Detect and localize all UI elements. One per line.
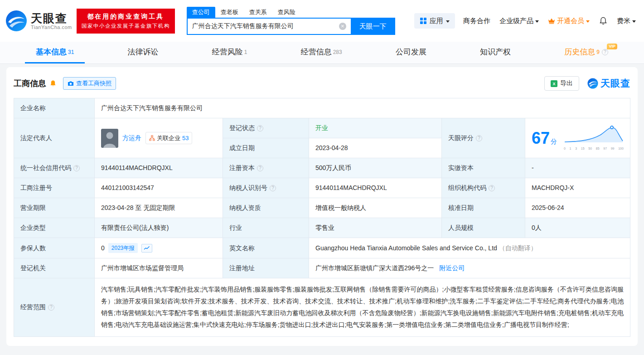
watermark-logo: 天眼查 xyxy=(587,77,630,90)
score-number: 67分 xyxy=(532,126,557,151)
score-axis: 0 1 3 15 50 85 97 99 100 xyxy=(564,146,624,151)
help-icon[interactable] xyxy=(476,135,482,141)
value-business-scope: 汽车销售;玩具销售;汽车零配件批发;汽车装饰用品销售;服装服饰零售;服装服饰批发… xyxy=(95,278,630,337)
legal-rep-avatar[interactable] xyxy=(101,129,118,148)
help-icon[interactable] xyxy=(257,165,263,171)
watermark-text: 天眼查 xyxy=(600,77,630,90)
chevron-down-icon xyxy=(446,20,450,23)
search-tab-relation[interactable]: 查关系 xyxy=(244,7,272,18)
label-business-term: 营业期限 xyxy=(14,198,95,218)
help-icon[interactable] xyxy=(48,304,54,311)
label-reg-authority: 登记机关 xyxy=(14,258,95,278)
trend-chart-button[interactable] xyxy=(141,244,152,253)
nav-vip-label: 开通会员 xyxy=(557,17,584,25)
tab-history-info[interactable]: VIP 历史信息9 xyxy=(553,42,619,63)
value-taxpayer-quality: 增值税一般纳税人 xyxy=(309,198,442,218)
nav-user[interactable]: 费米 xyxy=(617,17,636,25)
clear-search-icon[interactable] xyxy=(339,23,346,30)
search-tabs: 查公司 查老板 查关系 查风险 xyxy=(187,7,395,18)
tab-operation-risk[interactable]: 经营风险1 xyxy=(201,42,258,63)
nav-enterprise-label: 企业级产品 xyxy=(499,17,533,25)
tianyan-score-link[interactable]: 67分 0 1 3 15 xyxy=(532,125,624,151)
search-bar: 天眼一下 xyxy=(187,18,395,35)
nav-business-cooperation[interactable]: 商务合作 xyxy=(463,17,490,25)
chart-icon xyxy=(144,246,150,250)
value-reg-number: 440121003142547 xyxy=(95,178,223,198)
search-button[interactable]: 天眼一下 xyxy=(351,18,395,35)
table-row: 营业期限 2023-04-28 至 无固定期限 纳税人资质 增值税一般纳税人 核… xyxy=(14,198,630,218)
tab-label: 公司发展 xyxy=(396,47,426,57)
search-tab-risk[interactable]: 查风险 xyxy=(272,7,301,18)
value-org-code: MACHDRQJ-X xyxy=(525,178,630,198)
tab-label: 知识产权 xyxy=(480,47,511,57)
related-companies-count[interactable]: 53 xyxy=(182,134,189,143)
related-companies-label: 关联企业 xyxy=(157,134,180,143)
score-axis-tick: 0 xyxy=(564,146,566,151)
score-axis-tick: 3 xyxy=(575,146,577,151)
snapshot-button[interactable]: 查看工商快照 xyxy=(63,77,116,90)
help-icon[interactable] xyxy=(602,49,608,55)
table-row: 登记机关 广州市增城区市场监督管理局 注册地址 广州市增城区新塘镇广深大道西29… xyxy=(14,258,630,278)
related-companies-tag[interactable]: 关联企业 53 xyxy=(145,132,192,145)
chevron-down-icon xyxy=(632,20,636,23)
export-button[interactable]: X 导出 xyxy=(544,76,579,91)
legal-rep-link[interactable]: 方运舟 xyxy=(122,133,141,143)
value-company-type: 有限责任公司(法人独资) xyxy=(95,218,223,238)
nearby-companies-link[interactable]: 附近公司 xyxy=(439,264,465,272)
help-icon[interactable] xyxy=(73,165,80,171)
label-org-code: 组织机构代码 xyxy=(442,178,525,198)
label-text: 统一社会信用代码 xyxy=(20,163,71,173)
nav-enterprise-products[interactable]: 企业级产品 xyxy=(499,17,539,25)
apps-menu[interactable]: 应用 xyxy=(414,13,455,29)
label-company-type: 企业类型 xyxy=(14,218,95,238)
value-staff-size: 0人 xyxy=(525,218,630,238)
table-row: 统一社会信用代码 91440114MACHDRQJXL 注册资本 500万人民币… xyxy=(14,158,630,178)
value-credit-code: 91440114MACHDRQJXL xyxy=(95,158,223,178)
tab-count: 31 xyxy=(68,49,74,55)
tab-company-development[interactable]: 公司发展 xyxy=(385,42,437,63)
tianyancha-logo[interactable]: 天眼查 TianYanCha.com xyxy=(5,10,72,32)
search-area: 查公司 查老板 查关系 查风险 天眼一下 xyxy=(187,7,395,35)
alert-bell-icon[interactable] xyxy=(49,80,57,88)
nav-open-vip[interactable]: 开通会员 xyxy=(548,17,590,25)
chevron-down-icon xyxy=(586,20,590,23)
annual-report-tag[interactable]: 2023年报 xyxy=(108,243,138,253)
tab-basic-info[interactable]: 基本信息31 xyxy=(25,42,85,63)
tab-legal-litigation[interactable]: 法律诉讼 xyxy=(117,42,169,63)
value-reg-authority: 广州市增城区市场监督管理局 xyxy=(95,258,223,278)
label-establish-date: 成立日期 xyxy=(223,138,309,158)
help-icon[interactable] xyxy=(489,185,495,191)
score-axis-tick: 50 xyxy=(588,146,592,151)
value-industry: 零售业 xyxy=(309,218,442,238)
card-header-right: X 导出 天眼查 xyxy=(544,76,630,91)
tab-count: 9 xyxy=(596,49,600,55)
label-company-name: 企业名称 xyxy=(14,98,95,118)
status-badge: 开业 xyxy=(315,124,328,131)
search-tab-boss[interactable]: 查老板 xyxy=(215,7,244,18)
table-row: 工商注册号 440121003142547 纳税人识别号 91440114MAC… xyxy=(14,178,630,198)
search-input[interactable] xyxy=(187,18,351,35)
tab-label: 法律诉讼 xyxy=(128,47,159,57)
value-paid-capital: - xyxy=(525,158,630,178)
nav-user-label: 费米 xyxy=(617,17,630,25)
section-tabbar: 基本信息31 法律诉讼 经营风险1 经营信息283 公司发展 知识产权 VIP … xyxy=(0,42,644,64)
label-legal-rep: 法定代表人 xyxy=(14,118,95,158)
search-tab-company[interactable]: 查公司 xyxy=(187,7,215,18)
tab-intellectual-property[interactable]: 知识产权 xyxy=(469,42,522,63)
label-text: 组织机构代码 xyxy=(448,183,486,193)
card-header: 工商信息 查看工商快照 X 导出 xyxy=(14,76,630,91)
label-insured-count: 参保人数 xyxy=(14,238,95,258)
label-approval-date: 核准日期 xyxy=(442,198,525,218)
auto-translate-note: （自动翻译） xyxy=(499,244,537,252)
score-axis-tick: 15 xyxy=(581,146,585,151)
label-reg-capital: 注册资本 xyxy=(223,158,309,178)
site-header: 天眼查 TianYanCha.com 都在用的商业查询工具 国家中小企业发展子基… xyxy=(0,0,644,42)
notification-bell-icon[interactable] xyxy=(599,16,608,25)
english-name-text: Guangzhou Heda Tianxia Automobile Sales … xyxy=(315,244,497,252)
value-legal-rep: 方运舟 关联企业 53 xyxy=(95,118,223,158)
help-icon[interactable] xyxy=(257,125,263,131)
score-axis-tick: 100 xyxy=(618,146,624,151)
help-icon[interactable] xyxy=(270,185,276,191)
label-reg-number: 工商注册号 xyxy=(14,178,95,198)
tab-operation-info[interactable]: 经营信息283 xyxy=(290,42,353,63)
